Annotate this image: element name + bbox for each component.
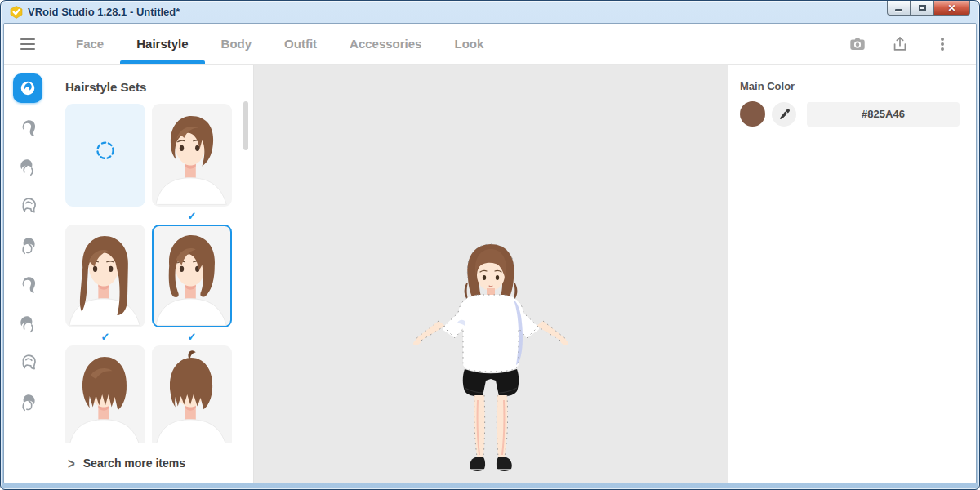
hair-category-8-icon[interactable] [13, 348, 42, 377]
camera-icon[interactable] [847, 33, 868, 55]
hairstyle-thumbnail-short[interactable] [152, 104, 232, 207]
3d-viewport[interactable] [254, 65, 728, 483]
applied-checkmark: ✓ [65, 327, 145, 345]
tab-body[interactable]: Body [205, 24, 269, 64]
hairstyle-thumbnail-none[interactable] [65, 104, 145, 207]
hairstyle-sets-icon[interactable] [13, 74, 42, 103]
hair-category-5-icon[interactable] [13, 230, 42, 260]
hair-category-7-icon[interactable] [13, 309, 42, 338]
hairstyle-thumbnail-long[interactable] [65, 225, 145, 327]
inspector-panel: Main Color #825A46 [728, 65, 976, 483]
main-tabs: FaceHairstyleBodyOutfitAccessoriesLook [60, 24, 500, 64]
tab-hairstyle[interactable]: Hairstyle [120, 24, 204, 64]
applied-checkmark: ✓ [152, 207, 232, 225]
hairstyle-thumbnail-wavy-bob[interactable] [152, 225, 232, 327]
tab-look[interactable]: Look [438, 24, 500, 64]
hair-category-9-icon[interactable] [13, 387, 42, 416]
top-navbar: FaceHairstyleBodyOutfitAccessoriesLook [4, 24, 976, 65]
titlebar: VRoid Studio 1.28.1 - Untitled* ✕ [3, 1, 977, 23]
minimize-button[interactable] [887, 1, 911, 16]
hair-category-3-icon[interactable] [13, 152, 42, 181]
search-more-items-button[interactable]: > Search more items [51, 443, 253, 483]
eyedropper-icon [777, 108, 791, 121]
nav-actions [847, 24, 976, 64]
hair-category-2-icon[interactable] [13, 113, 42, 142]
chevron-right-icon: > [68, 455, 75, 471]
hex-color-input[interactable]: #825A46 [807, 102, 960, 127]
main-color-label: Main Color [740, 80, 960, 92]
hairstyle-thumbnail-ahoge[interactable] [152, 345, 232, 443]
tab-face[interactable]: Face [60, 24, 120, 64]
hairstyle-thumbnail-grid: ✓✓✓ [51, 104, 253, 443]
window-frame: VRoid Studio 1.28.1 - Untitled* ✕ FaceHa… [0, 0, 980, 490]
maximize-button[interactable] [911, 1, 933, 16]
window-title: VRoid Studio 1.28.1 - Untitled* [28, 6, 180, 18]
tab-accessories[interactable]: Accessories [333, 24, 438, 64]
hairstyle-thumbnail-shaggy[interactable] [65, 345, 145, 443]
hair-category-4-icon[interactable] [13, 191, 42, 220]
hair-category-6-icon[interactable] [13, 270, 42, 299]
close-button[interactable]: ✕ [933, 1, 970, 16]
main-color-swatch[interactable] [740, 101, 765, 127]
applied-checkmark [65, 207, 145, 225]
eyedropper-button[interactable] [772, 102, 796, 127]
app-window: FaceHairstyleBodyOutfitAccessoriesLook H… [3, 23, 977, 483]
vroid-logo-icon [10, 6, 23, 19]
panel-scrollbar[interactable] [243, 101, 248, 150]
hair-category-sidebar [4, 65, 51, 483]
export-icon[interactable] [889, 33, 911, 55]
kebab-menu-icon[interactable] [932, 33, 953, 55]
hairstyle-sets-panel: Hairstyle Sets ✓✓✓ > Search more items [51, 65, 254, 483]
character-model [393, 241, 589, 478]
tab-outfit[interactable]: Outfit [268, 24, 333, 64]
hamburger-menu-icon[interactable] [4, 24, 51, 64]
panel-title: Hairstyle Sets [51, 65, 253, 104]
applied-checkmark: ✓ [152, 327, 232, 345]
